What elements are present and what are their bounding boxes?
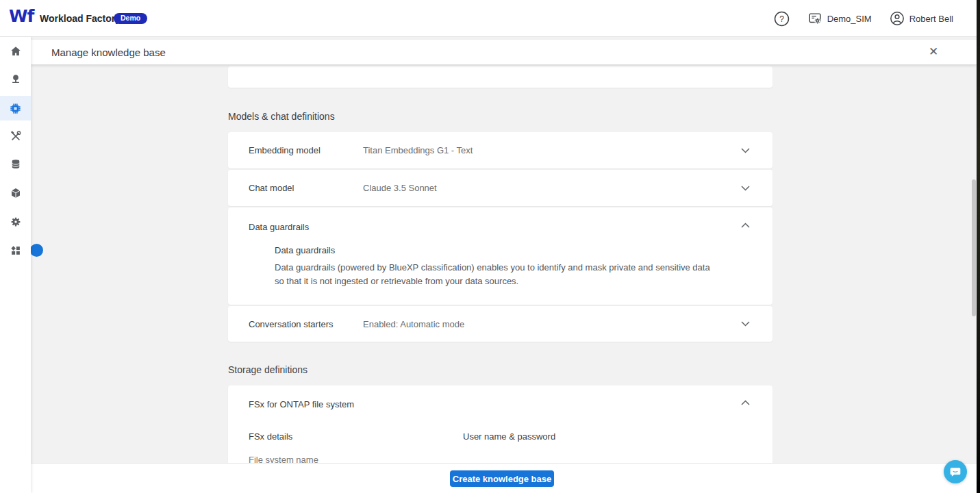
row-label: Chat model: [249, 183, 363, 193]
sidebar-item-connectors[interactable]: [0, 67, 31, 92]
connector-tree-icon: [10, 73, 22, 86]
description-line: Data guardrails (powered by BlueXP class…: [275, 261, 710, 275]
chevron-down-icon: [741, 321, 750, 327]
chevron-up-icon: [741, 223, 750, 228]
sidebar-item-tools[interactable]: [0, 124, 31, 149]
sidebar-item-home[interactable]: [0, 39, 31, 64]
user-icon: [890, 11, 905, 26]
help-button[interactable]: ?: [774, 11, 790, 27]
user-name: Robert Bell: [909, 14, 953, 24]
chevron-up-icon: [741, 400, 750, 405]
sidebar-item-packages[interactable]: [0, 181, 31, 205]
app-title: Workload Factory: [40, 13, 121, 24]
page-title: Manage knowledge base: [51, 47, 166, 58]
workspace-console-icon: [807, 11, 822, 26]
help-icon: ?: [774, 11, 790, 27]
section-title-storage: Storage definitions: [228, 364, 307, 375]
fsx-details-column-header: FSx details: [249, 431, 292, 442]
user-menu[interactable]: Robert Bell: [890, 11, 953, 26]
close-icon[interactable]: ✕: [925, 43, 942, 61]
demo-badge: Demo: [114, 13, 147, 24]
sidebar-item-settings[interactable]: [0, 210, 31, 234]
left-sidebar: [0, 37, 31, 493]
tools-icon: [10, 130, 22, 142]
workspace-menu[interactable]: Demo_SIM: [807, 11, 872, 26]
row-label: FSx for ONTAP file system: [249, 399, 354, 409]
chevron-down-icon: [741, 148, 750, 153]
credentials-column-header: User name & password: [463, 431, 555, 442]
ai-chip-icon: [9, 102, 22, 115]
toggle-label: Data guardrails: [275, 245, 335, 255]
accordion-conversation-starters[interactable]: Conversation starters Enabled: Automatic…: [228, 306, 772, 342]
accordion-data-guardrails[interactable]: Data guardrails: [228, 207, 772, 305]
row-value: Titan Embeddings G1 - Text: [363, 145, 473, 155]
row-label: Data guardrails: [249, 222, 309, 232]
row-label: Conversation starters: [249, 319, 363, 329]
database-icon: [10, 158, 22, 170]
row-value: Enabled: Automatic mode: [363, 319, 464, 329]
workload-factory-window: Wf Workload Factory Demo ? Demo_SI: [0, 0, 980, 493]
sidebar-item-storage[interactable]: [0, 152, 31, 177]
apps-grid-icon: [10, 244, 22, 257]
accordion-chat-model[interactable]: Chat model Claude 3.5 Sonnet: [228, 170, 772, 206]
sidebar-item-apps[interactable]: [0, 238, 31, 263]
svg-text:?: ?: [779, 14, 784, 23]
accordion-embedding-model[interactable]: Embedding model Titan Embeddings G1 - Te…: [228, 132, 772, 168]
header-right-group: ? Demo_SIM R: [774, 0, 953, 37]
chat-support-button[interactable]: [944, 460, 967, 483]
chevron-down-icon: [741, 186, 750, 191]
workspace-name: Demo_SIM: [827, 14, 872, 24]
home-icon: [10, 45, 22, 58]
row-value: Claude 3.5 Sonnet: [363, 183, 437, 193]
create-knowledge-base-button[interactable]: Create knowledge base: [450, 470, 554, 487]
gear-icon: [10, 216, 22, 228]
chat-bubble-icon: [948, 465, 962, 479]
previous-section-card-partial: [228, 66, 772, 88]
vertical-scrollbar[interactable]: [972, 179, 976, 316]
toggle-knob: [30, 244, 43, 257]
cube-icon: [10, 187, 22, 199]
top-header: Wf Workload Factory Demo ? Demo_SI: [0, 0, 977, 37]
workload-factory-logo[interactable]: Wf: [9, 6, 34, 26]
guardrails-description: Data guardrails (powered by BlueXP class…: [275, 261, 710, 288]
sidebar-item-genai[interactable]: [0, 96, 31, 121]
description-line: so that it is not ingested or retrievabl…: [275, 275, 710, 288]
panel-header-bar: Manage knowledge base ✕: [31, 40, 977, 64]
row-label: Embedding model: [249, 145, 363, 155]
section-title-models-chat: Models & chat definitions: [228, 111, 335, 122]
desktop-wallpaper-edge: [977, 0, 980, 493]
